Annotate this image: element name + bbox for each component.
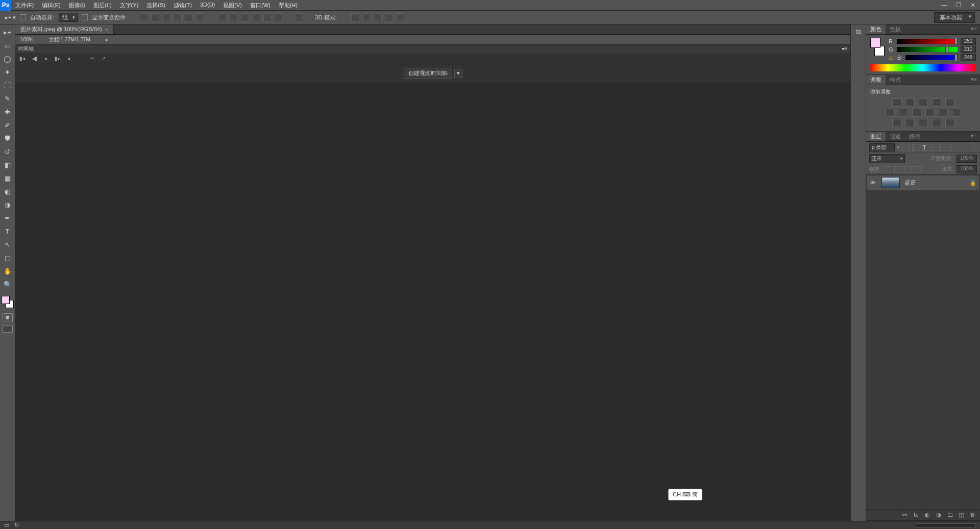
brightness-icon[interactable] [892, 98, 901, 107]
menu-layer[interactable]: 图层(L) [89, 0, 115, 11]
align-right-icon[interactable] [196, 13, 204, 21]
tab-close-icon[interactable]: × [105, 27, 108, 33]
filter-adjust-icon[interactable] [912, 144, 920, 151]
gradient-tool[interactable]: ▦ [2, 172, 13, 184]
menu-image[interactable]: 图像(I) [65, 0, 89, 11]
tab-styles[interactable]: 样式 [886, 75, 905, 85]
adjustment-layer-icon[interactable]: ◑ [936, 512, 943, 519]
foreground-color-swatch[interactable] [2, 296, 10, 304]
g-value[interactable]: 210 [961, 46, 976, 53]
filter-toggle[interactable] [973, 144, 977, 151]
panel-menu-icon[interactable]: ▾≡ [968, 24, 980, 34]
lock-transparent-icon[interactable] [884, 166, 891, 172]
layer-visibility-icon[interactable]: 👁 [870, 180, 877, 186]
tab-adjustments[interactable]: 调整 [866, 75, 886, 85]
curves-icon[interactable] [919, 98, 928, 107]
filter-text-icon[interactable]: T [922, 144, 930, 151]
screen-mode-button[interactable] [3, 325, 13, 333]
layer-list[interactable]: 👁 背景 🔒 [866, 174, 980, 509]
hand-tool[interactable]: ✋ [2, 265, 13, 276]
layer-thumbnail[interactable] [881, 177, 900, 188]
history-brush-tool[interactable]: ↺ [2, 146, 13, 157]
panel-menu-icon[interactable]: ▾≡ [968, 75, 980, 85]
active-tool-indicator[interactable]: ▸+ ▾ [5, 14, 16, 21]
threshold-icon[interactable] [919, 119, 928, 127]
align-hcenter-icon[interactable] [185, 13, 193, 21]
color-panel-swatch[interactable] [870, 38, 885, 56]
marquee-tool[interactable]: ▭ [2, 40, 13, 51]
g-slider[interactable] [897, 47, 958, 52]
layer-style-icon[interactable]: fx [914, 512, 921, 519]
footer-sync-icon[interactable]: ↻ [14, 522, 19, 528]
tl-play-icon[interactable]: ▸ [45, 56, 47, 61]
menu-view[interactable]: 视图(V) [219, 0, 246, 11]
healing-tool[interactable]: ✚ [2, 106, 13, 117]
filter-smart-icon[interactable] [943, 144, 951, 151]
distribute-top-icon[interactable] [218, 13, 227, 21]
close-button[interactable]: ✕ [966, 0, 980, 11]
invert-icon[interactable] [892, 119, 901, 127]
brush-tool[interactable]: ✐ [2, 119, 13, 131]
align-vcenter-icon[interactable] [151, 13, 159, 21]
r-slider[interactable] [897, 39, 958, 44]
panel-menu-icon[interactable]: ▾≡ [968, 132, 980, 141]
tl-first-frame-icon[interactable]: ▮◂ [19, 56, 25, 61]
zoom-level[interactable]: 100% [20, 37, 34, 42]
fg-swatch[interactable] [870, 38, 880, 48]
menu-window[interactable]: 窗口(W) [246, 0, 275, 11]
color-balance-icon[interactable] [899, 109, 908, 117]
menu-help[interactable]: 帮助(H) [275, 0, 302, 11]
menu-file[interactable]: 文件(F) [11, 0, 38, 11]
magic-wand-tool[interactable]: ✦ [2, 66, 13, 78]
layer-row-background[interactable]: 👁 背景 🔒 [867, 175, 979, 190]
distribute-hcenter-icon[interactable] [263, 13, 272, 21]
levels-icon[interactable] [905, 98, 915, 107]
type-tool[interactable]: T [2, 225, 13, 237]
posterize-icon[interactable] [905, 119, 915, 127]
align-bottom-icon[interactable] [162, 13, 170, 21]
align-left-icon[interactable] [174, 13, 182, 21]
quick-mask-button[interactable]: ◙ [3, 313, 13, 321]
dodge-tool[interactable]: ◑ [2, 199, 13, 210]
channel-mixer-icon[interactable] [939, 109, 948, 117]
b-slider[interactable] [905, 55, 958, 60]
tab-color[interactable]: 颜色 [866, 24, 886, 34]
minimize-button[interactable]: — [937, 0, 951, 11]
stamp-tool[interactable]: ⛊ [2, 133, 13, 144]
b-value[interactable]: 248 [961, 54, 976, 61]
distribute-vcenter-icon[interactable] [230, 13, 238, 21]
filter-pixel-icon[interactable] [902, 144, 910, 151]
bw-icon[interactable] [912, 109, 921, 117]
menu-text[interactable]: 文字(Y) [116, 0, 143, 11]
path-select-tool[interactable]: ↖ [2, 239, 13, 250]
new-layer-icon[interactable]: ◫ [959, 512, 966, 519]
move-tool[interactable]: ▸+ [2, 27, 13, 38]
color-lookup-icon[interactable] [952, 109, 961, 117]
menu-filter[interactable]: 滤镜(T) [169, 0, 196, 11]
ime-indicator[interactable]: CH ⌨ 简 [668, 489, 702, 500]
layer-filter-type[interactable]: ρ 类型 [869, 143, 895, 152]
photo-filter-icon[interactable] [925, 109, 935, 117]
layer-mask-icon[interactable]: ◐ [925, 512, 932, 519]
color-spectrum[interactable] [870, 64, 976, 71]
tl-next-frame-icon[interactable]: ▮▸ [55, 56, 60, 61]
shape-tool[interactable]: ▢ [2, 252, 13, 263]
menu-3d[interactable]: 3D(D) [196, 0, 219, 11]
lasso-tool[interactable]: ◯ [2, 53, 13, 64]
tab-paths[interactable]: 路径 [905, 132, 924, 141]
menu-select[interactable]: 选择(S) [142, 0, 169, 11]
panel-menu-icon[interactable]: ▾≡ [842, 46, 847, 52]
history-panel-icon[interactable]: ⧉ [853, 27, 864, 38]
footer-slider[interactable] [915, 523, 976, 527]
filter-shape-icon[interactable] [933, 144, 941, 151]
r-value[interactable]: 251 [961, 38, 976, 45]
3d-slide-icon[interactable] [385, 13, 393, 21]
tab-swatches[interactable]: 色板 [886, 24, 905, 34]
blur-tool[interactable]: ◐ [2, 186, 13, 197]
pen-tool[interactable]: ✒ [2, 212, 13, 223]
delete-layer-icon[interactable]: 🗑 [970, 512, 977, 519]
align-top-icon[interactable] [140, 13, 148, 21]
3d-rotate-icon[interactable] [351, 13, 359, 21]
lock-pixels-icon[interactable] [894, 166, 901, 172]
distribute-left-icon[interactable] [252, 13, 260, 21]
